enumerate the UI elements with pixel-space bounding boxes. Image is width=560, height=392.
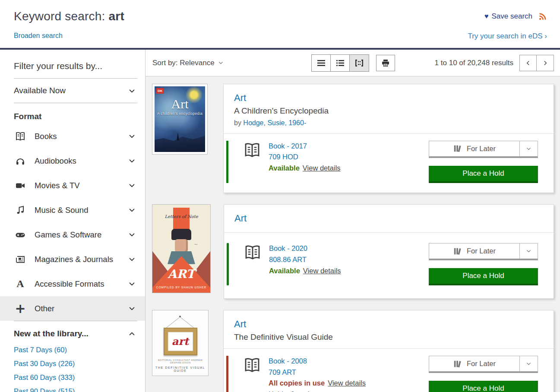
save-search-link[interactable]: ♥ Save search [484, 12, 532, 21]
place-hold-button[interactable]: Place a Hold [429, 268, 538, 285]
results-count: 1 to 10 of 20,248 results [435, 59, 513, 67]
cover-credit: EDITORIAL CONSULTANT ANDREW GRAHAM-DIXON [152, 359, 208, 364]
chevron-up-icon [128, 330, 136, 338]
facet-other[interactable]: + Other [0, 296, 145, 321]
new-past-60-days-link[interactable]: Past 60 Days (333) [0, 368, 145, 382]
facet-label: Available Now [14, 86, 128, 95]
cover-title: ART [152, 267, 210, 281]
facet-books[interactable]: Books [0, 124, 145, 149]
result-card: Art Book - 2020 808.86 ART Available [224, 204, 554, 299]
facet-audiobooks[interactable]: Audiobooks [0, 149, 145, 173]
call-number-link[interactable]: 709 ART [269, 367, 420, 378]
covers-view-button[interactable] [350, 55, 369, 71]
chevron-down-icon [526, 361, 532, 367]
author-link[interactable]: Hodge, Susie, 1960- [243, 119, 306, 126]
view-toggle-group [311, 54, 369, 72]
by-label: by [234, 119, 241, 126]
availability-bar [226, 356, 228, 392]
for-later-split-button[interactable]: For Later [429, 141, 538, 158]
header-right: ♥ Save search Try your search in eDS › [468, 9, 547, 48]
print-button[interactable] [376, 55, 395, 71]
page-title: Keyword search: art [14, 9, 124, 23]
chevron-down-icon [218, 60, 224, 66]
facet-label: Audiobooks [35, 156, 128, 166]
cover-byline: COMPILED BY SHAUN USHER [152, 286, 210, 289]
plus-icon: + [14, 303, 27, 314]
chevron-down-icon [128, 256, 136, 263]
chevron-down-icon [526, 146, 532, 152]
results-main: Sort by: Relevance [146, 50, 560, 392]
book-cover[interactable]: art EDITORIAL CONSULTANT ANDREW GRAHAM-D… [152, 310, 209, 376]
facet-music-sound[interactable]: Music & Sound [0, 198, 145, 222]
result-card: Art A Children's Encyclopedia by Hodge, … [223, 84, 554, 193]
result-subtitle: A Children's Encyclopedia [234, 106, 543, 116]
facet-magazines-journals[interactable]: Magazines & Journals [0, 247, 145, 272]
call-number-link[interactable]: 808.86 ART [269, 254, 420, 266]
result-title-link[interactable]: Art [234, 213, 247, 224]
for-later-split-button[interactable]: For Later [429, 356, 538, 373]
facet-label: Movies & TV [35, 181, 128, 190]
search-query: art [109, 9, 124, 23]
newspaper-icon [14, 254, 27, 265]
status-badge: All copies in use [269, 379, 325, 387]
filter-sidebar: Filter your results by... Available Now … [0, 50, 146, 392]
next-page-button[interactable] [537, 55, 554, 71]
header-left: Keyword search: art Broaden search [14, 9, 124, 48]
filter-heading: Filter your results by... [0, 50, 145, 78]
facet-games-software[interactable]: Games & Software [0, 222, 145, 247]
cover-publisher-logo: DK [156, 88, 164, 94]
shelf-icon [453, 144, 462, 153]
result-title-link[interactable]: Art [234, 92, 246, 103]
view-details-link[interactable]: View details [303, 267, 341, 275]
place-hold-button[interactable]: Place a Hold [429, 381, 538, 392]
view-details-link[interactable]: View details [303, 164, 341, 172]
facet-label: Other [35, 304, 128, 313]
result-actions: For Later Place a Hold [429, 356, 538, 392]
facet-new-at-library[interactable]: New at the library... [0, 321, 145, 340]
format-year-link[interactable]: Book - 2017 [269, 141, 420, 152]
for-later-button[interactable]: For Later [429, 356, 519, 371]
sort-by-dropdown[interactable]: Sort by: Relevance [152, 59, 215, 67]
for-later-button[interactable]: For Later [429, 243, 519, 259]
book-cover[interactable]: DK Art A children's encyclopedia [152, 84, 208, 155]
for-later-dropdown-toggle[interactable] [519, 141, 538, 156]
for-later-split-button[interactable]: For Later [429, 243, 538, 260]
status-badge: Available [269, 267, 300, 275]
music-note-icon [14, 205, 27, 216]
list-view-button[interactable] [312, 55, 331, 71]
for-later-dropdown-toggle[interactable] [519, 356, 538, 371]
availability-bar [227, 243, 229, 285]
facet-label: New at the library... [14, 329, 128, 338]
new-past-7-days-link[interactable]: Past 7 Days (60) [0, 340, 145, 354]
book-icon [244, 243, 262, 285]
format-year-link[interactable]: Book - 2008 [269, 356, 420, 367]
format-year-link[interactable]: Book - 2020 [269, 243, 420, 254]
eds-search-link[interactable]: Try your search in eDS › [468, 32, 547, 41]
cover-tagline: THE DEFINITIVE VISUAL GUIDE [152, 366, 208, 372]
broaden-search-link[interactable]: Broaden search [14, 32, 63, 40]
summary-view-button[interactable] [331, 55, 350, 71]
page-title-prefix: Keyword search: [14, 9, 109, 23]
result-title-link[interactable]: Art [234, 319, 246, 329]
facet-movies-tv[interactable]: Movies & TV [0, 173, 145, 198]
result-subtitle: The Definitive Visual Guide [234, 332, 543, 342]
view-details-link[interactable]: View details [328, 379, 366, 387]
rss-icon[interactable] [538, 12, 547, 21]
for-later-dropdown-toggle[interactable] [519, 243, 538, 259]
book-cover[interactable]: Letters of Note ~ ART COMPILED BY SHAUN … [152, 204, 211, 293]
new-past-90-days-link[interactable]: Past 90 Days (515) [0, 382, 145, 392]
facet-accessible-formats[interactable]: A Accessible Formats [0, 272, 145, 296]
smoke-doodle: ~ [194, 241, 197, 248]
previous-page-button[interactable] [520, 55, 537, 71]
results-list: DK Art A children's encyclopedia Art A C… [146, 76, 560, 392]
chevron-down-icon [526, 248, 532, 254]
call-number-link[interactable]: 709 HOD [269, 152, 420, 163]
chevron-down-icon [128, 305, 136, 312]
facet-label: Books [35, 132, 128, 141]
facet-available-now[interactable]: Available Now [0, 79, 145, 103]
place-hold-button[interactable]: Place a Hold [429, 166, 538, 183]
search-results-page: Keyword search: art Broaden search ♥ Sav… [0, 0, 560, 392]
new-past-30-days-link[interactable]: Past 30 Days (226) [0, 354, 145, 368]
for-later-button[interactable]: For Later [429, 141, 519, 156]
save-search-label: Save search [492, 12, 533, 21]
